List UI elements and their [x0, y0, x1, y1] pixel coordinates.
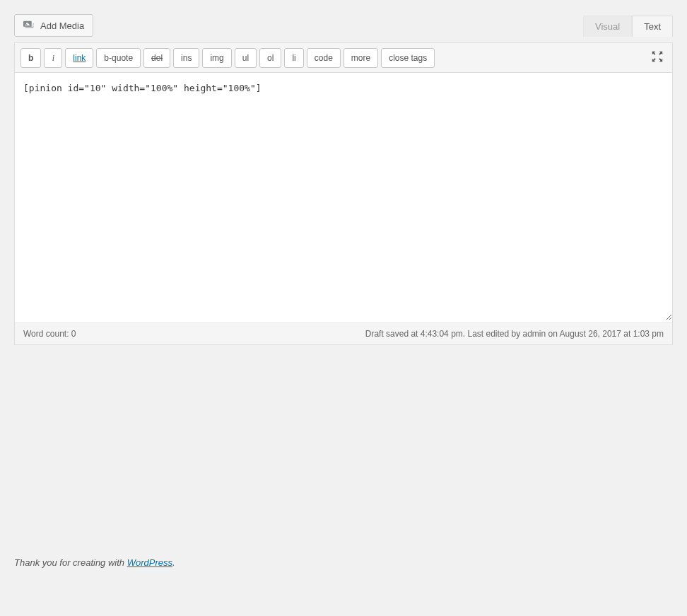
editor-wrapper: b i link b-quote del ins img ul ol li co…: [14, 42, 673, 345]
qt-bquote-button[interactable]: b-quote: [96, 48, 141, 68]
draft-status: Draft saved at 4:43:04 pm. Last edited b…: [365, 329, 664, 339]
add-media-label: Add Media: [40, 21, 84, 31]
footer-period: .: [172, 557, 175, 568]
qt-li-button[interactable]: li: [284, 48, 303, 68]
content-textarea[interactable]: [15, 73, 672, 320]
footer-prefix: Thank you for creating with: [14, 557, 127, 568]
tab-text[interactable]: Text: [632, 16, 673, 37]
qt-code-button[interactable]: code: [307, 48, 341, 68]
add-media-button[interactable]: Add Media: [14, 14, 93, 37]
wordpress-link[interactable]: WordPress: [127, 557, 172, 568]
qt-close-tags-button[interactable]: close tags: [381, 48, 435, 68]
fullscreen-button[interactable]: [648, 47, 667, 68]
footer: Thank you for creating with WordPress.: [14, 557, 673, 568]
qt-ul-button[interactable]: ul: [235, 48, 257, 68]
qt-img-button[interactable]: img: [202, 48, 231, 68]
editor-top-bar: Add Media Visual Text: [14, 14, 673, 37]
qt-ins-button[interactable]: ins: [173, 48, 199, 68]
editor-tabs: Visual Text: [583, 16, 673, 37]
qt-ol-button[interactable]: ol: [259, 48, 281, 68]
qt-link-button[interactable]: link: [65, 48, 93, 68]
fullscreen-icon: [651, 54, 664, 65]
editor-container: Add Media Visual Text b i link b-quote d…: [14, 14, 673, 345]
quicktags-toolbar: b i link b-quote del ins img ul ol li co…: [15, 43, 672, 73]
qt-bold-button[interactable]: b: [20, 48, 41, 68]
media-icon: [23, 19, 36, 32]
qt-italic-button[interactable]: i: [44, 48, 62, 68]
qt-more-button[interactable]: more: [344, 48, 378, 68]
word-count: Word count: 0: [23, 329, 76, 339]
status-bar: Word count: 0 Draft saved at 4:43:04 pm.…: [15, 322, 672, 344]
tab-visual[interactable]: Visual: [583, 16, 632, 37]
qt-del-button[interactable]: del: [143, 48, 170, 68]
